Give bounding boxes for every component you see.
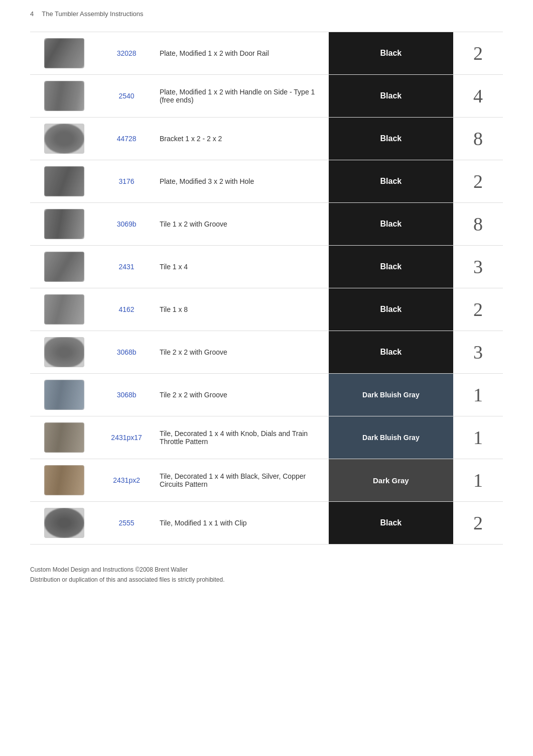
footer: Custom Model Design and Instructions ©20… — [30, 565, 503, 585]
part-quantity: 8 — [453, 203, 503, 246]
part-color: Black — [329, 246, 453, 288]
footer-line1: Custom Model Design and Instructions ©20… — [30, 565, 503, 575]
page-header: 4 The Tumbler Assembly Instructions — [30, 10, 503, 18]
footer-line2: Distribution or duplication of this and … — [30, 575, 503, 585]
part-description: Tile, Modified 1 x 1 with Clip — [155, 502, 329, 545]
table-row: 3068b Tile 2 x 2 with Groove Black 3 — [30, 331, 503, 374]
part-id[interactable]: 2555 — [98, 502, 155, 545]
table-row: 2431px2 Tile, Decorated 1 x 4 with Black… — [30, 459, 503, 502]
table-row: 3069b Tile 1 x 2 with Groove Black 8 — [30, 203, 503, 246]
table-row: 3176 Plate, Modified 3 x 2 with Hole Bla… — [30, 160, 503, 203]
part-id[interactable]: 2431px17 — [98, 416, 155, 459]
page-number: 4 — [30, 10, 34, 18]
part-description: Tile 1 x 4 — [155, 246, 329, 288]
part-color: Black — [329, 160, 453, 203]
part-image-shape — [44, 465, 84, 495]
part-image-cell — [30, 416, 98, 459]
part-id[interactable]: 3068b — [98, 374, 155, 416]
page-title: The Tumbler Assembly Instructions — [42, 10, 143, 18]
table-row: 2540 Plate, Modified 1 x 2 with Handle o… — [30, 75, 503, 118]
part-id[interactable]: 2431 — [98, 246, 155, 288]
parts-table: 32028 Plate, Modified 1 x 2 with Door Ra… — [30, 32, 503, 545]
part-id[interactable]: 32028 — [98, 32, 155, 75]
part-quantity: 2 — [453, 288, 503, 331]
part-image-cell — [30, 75, 98, 118]
part-image-shape — [44, 81, 84, 111]
part-quantity: 1 — [453, 374, 503, 416]
part-id[interactable]: 2431px2 — [98, 459, 155, 502]
part-id[interactable]: 3069b — [98, 203, 155, 246]
part-image — [44, 294, 84, 325]
part-image-shape — [44, 38, 84, 68]
part-image-cell — [30, 502, 98, 545]
part-id[interactable]: 4162 — [98, 288, 155, 331]
part-image-shape — [44, 252, 84, 282]
part-quantity: 4 — [453, 75, 503, 118]
part-image — [44, 124, 84, 154]
part-color: Black — [329, 502, 453, 545]
part-image-shape — [44, 422, 84, 453]
table-row: 4162 Tile 1 x 8 Black 2 — [30, 288, 503, 331]
part-color: Dark Gray — [329, 459, 453, 502]
part-image — [44, 252, 84, 282]
part-image — [44, 465, 84, 495]
part-quantity: 3 — [453, 246, 503, 288]
part-image-shape — [44, 209, 84, 239]
part-description: Tile 1 x 8 — [155, 288, 329, 331]
part-quantity: 2 — [453, 502, 503, 545]
part-color: Black — [329, 75, 453, 118]
part-image — [44, 508, 84, 538]
part-description: Tile, Decorated 1 x 4 with Knob, Dials a… — [155, 416, 329, 459]
part-id[interactable]: 44728 — [98, 118, 155, 160]
part-description: Tile 1 x 2 with Groove — [155, 203, 329, 246]
part-image — [44, 422, 84, 453]
table-row: 3068b Tile 2 x 2 with Groove Dark Bluish… — [30, 374, 503, 416]
part-image-cell — [30, 331, 98, 374]
part-image-shape — [44, 508, 84, 538]
table-row: 32028 Plate, Modified 1 x 2 with Door Ra… — [30, 32, 503, 75]
part-description: Plate, Modified 1 x 2 with Handle on Sid… — [155, 75, 329, 118]
part-image — [44, 81, 84, 111]
part-image-cell — [30, 374, 98, 416]
part-description: Tile, Decorated 1 x 4 with Black, Silver… — [155, 459, 329, 502]
part-color: Dark Bluish Gray — [329, 374, 453, 416]
part-quantity: 2 — [453, 160, 503, 203]
part-image-cell — [30, 203, 98, 246]
part-image-shape — [44, 166, 84, 196]
part-image — [44, 38, 84, 68]
table-row: 2555 Tile, Modified 1 x 1 with Clip Blac… — [30, 502, 503, 545]
part-image-shape — [44, 337, 84, 367]
part-color: Black — [329, 203, 453, 246]
part-image-cell — [30, 32, 98, 75]
part-description: Tile 2 x 2 with Groove — [155, 331, 329, 374]
part-quantity: 2 — [453, 32, 503, 75]
part-image-shape — [44, 380, 84, 410]
part-quantity: 3 — [453, 331, 503, 374]
part-description: Bracket 1 x 2 - 2 x 2 — [155, 118, 329, 160]
part-image-cell — [30, 118, 98, 160]
part-image-cell — [30, 246, 98, 288]
part-color: Black — [329, 32, 453, 75]
table-row: 2431px17 Tile, Decorated 1 x 4 with Knob… — [30, 416, 503, 459]
part-color: Black — [329, 331, 453, 374]
part-id[interactable]: 2540 — [98, 75, 155, 118]
part-id[interactable]: 3068b — [98, 331, 155, 374]
part-color: Black — [329, 288, 453, 331]
part-color: Dark Bluish Gray — [329, 416, 453, 459]
part-description: Plate, Modified 1 x 2 with Door Rail — [155, 32, 329, 75]
part-image-cell — [30, 459, 98, 502]
part-quantity: 1 — [453, 459, 503, 502]
part-image — [44, 166, 84, 196]
part-id[interactable]: 3176 — [98, 160, 155, 203]
table-row: 44728 Bracket 1 x 2 - 2 x 2 Black 8 — [30, 118, 503, 160]
part-quantity: 1 — [453, 416, 503, 459]
part-image-cell — [30, 288, 98, 331]
part-description: Plate, Modified 3 x 2 with Hole — [155, 160, 329, 203]
part-image — [44, 209, 84, 239]
part-image-cell — [30, 160, 98, 203]
part-image — [44, 337, 84, 367]
part-quantity: 8 — [453, 118, 503, 160]
table-row: 2431 Tile 1 x 4 Black 3 — [30, 246, 503, 288]
part-image — [44, 380, 84, 410]
part-image-shape — [44, 294, 84, 325]
